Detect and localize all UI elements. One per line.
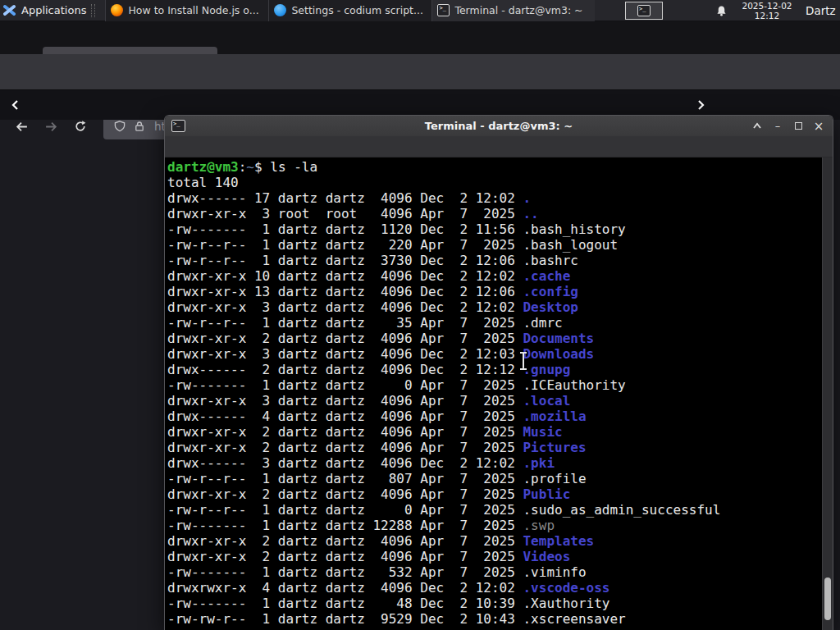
forward-icon (44, 120, 58, 134)
terminal-window: Terminal - dartz@vm3: ~ – × dartz@vm3:~$… (164, 115, 833, 630)
clock-date: 2025-12-02 (732, 1, 802, 11)
terminal-output-line: -rw------- 1 dartz dartz 12288 Apr 7 202… (167, 518, 833, 533)
window-icon (111, 4, 123, 16)
terminal-output-line: drwxr-xr-x 10 dartz dartz 4096 Dec 2 12:… (167, 268, 833, 284)
window-icon (274, 4, 286, 16)
terminal-output-line: drwxr-xr-x 3 dartz dartz 4096 Dec 2 12:0… (167, 346, 833, 362)
workspace-pager[interactable] (625, 2, 663, 20)
prompt-command: ls -la (262, 159, 317, 175)
browser-toolbar: https://www.geeksforgeeks.org/node-js/in… (0, 54, 840, 90)
terminal-menu-item[interactable] (211, 144, 227, 149)
terminal-output-line: drwxr-xr-x 2 dartz dartz 4096 Apr 7 2025… (167, 486, 833, 502)
terminal-titlebar[interactable]: Terminal - dartz@vm3: ~ – × (165, 116, 833, 136)
terminal-output-line: drwx------ 17 dartz dartz 4096 Dec 2 12:… (167, 190, 833, 206)
terminal-prompt-line: dartz@vm3:~$ ls -la (167, 159, 833, 175)
terminal-window-title: Terminal - dartz@vm3: ~ (165, 120, 833, 132)
terminal-output-line: -rw-r--r-- 1 dartz dartz 807 Apr 7 2025 … (167, 471, 833, 486)
terminal-scrollbar[interactable] (822, 158, 833, 630)
terminal-output-line: drwxrwxr-x 4 dartz dartz 4096 Dec 2 12:0… (167, 580, 833, 596)
panel-right: 2025-12-02 12:12 Dartz (710, 0, 840, 21)
terminal-app-icon (171, 120, 185, 132)
maximize-icon (795, 122, 802, 130)
terminal-output-line: drwxr-xr-x 13 dartz dartz 4096 Dec 2 12:… (167, 284, 833, 299)
taskbar-window-button[interactable]: How to Install Node.js o... (105, 0, 268, 21)
terminal-output-line: drwxr-xr-x 2 dartz dartz 4096 Apr 7 2025… (167, 331, 833, 346)
window-button-list: How to Install Node.js o... Settings - c… (105, 0, 595, 21)
terminal-output-line: drwxr-xr-x 3 dartz dartz 4096 Dec 2 12:0… (167, 299, 833, 315)
terminal-menu-item[interactable] (231, 144, 247, 149)
terminal-output-line: total 140 (167, 175, 833, 190)
chevron-up-icon (752, 121, 762, 131)
window-button-label: Settings - codium script... (291, 4, 422, 16)
terminal-output-lines: total 140drwx------ 17 dartz dartz 4096 … (167, 175, 833, 627)
terminal-menu-item[interactable] (171, 144, 188, 149)
chevron-right-icon (696, 99, 706, 111)
taskbar-window-button[interactable]: Terminal - dartz@vm3: ~ (431, 0, 595, 21)
terminal-menu-item[interactable] (270, 144, 286, 149)
terminal-output-line: -rw------- 1 dartz dartz 532 Apr 7 2025 … (167, 564, 833, 580)
terminal-output-line: drwxr-xr-x 2 dartz dartz 4096 Apr 7 2025… (167, 533, 833, 549)
terminal-output-line: drwxr-xr-x 3 root root 4096 Apr 7 2025 .… (167, 206, 833, 221)
minimize-icon: – (775, 120, 781, 132)
browser-tab-bar: ∞ How to Install Node.js on × + – × (0, 21, 840, 54)
chevron-left-icon (10, 99, 21, 111)
reload-icon (74, 120, 87, 133)
window-icon (437, 4, 450, 16)
terminal-output-line: drwxr-xr-x 3 dartz dartz 4096 Apr 7 2025… (167, 393, 833, 409)
notifications-button[interactable] (710, 0, 732, 21)
terminal-close-button[interactable]: × (810, 118, 827, 134)
desktop: Applications How to Install Node.js o...… (0, 0, 840, 630)
terminal-output-line: drwx------ 3 dartz dartz 4096 Dec 2 12:0… (167, 455, 833, 471)
subnav-scroll-left-button[interactable] (10, 99, 21, 111)
terminal-output-line: drwxr-xr-x 2 dartz dartz 4096 Apr 7 2025… (167, 424, 833, 440)
terminal-menu-item[interactable] (191, 144, 208, 149)
terminal-output-line: -rw------- 1 dartz dartz 0 Apr 7 2025 .I… (167, 377, 833, 393)
terminal-output-line: drwxr-xr-x 2 dartz dartz 4096 Apr 7 2025… (167, 440, 833, 455)
terminal-output-line: -rw-rw-r-- 1 dartz dartz 9529 Dec 2 10:4… (167, 611, 833, 627)
terminal-shade-button[interactable] (749, 118, 765, 134)
workspace-terminal-icon (637, 5, 651, 16)
terminal-output-area[interactable]: dartz@vm3:~$ ls -la total 140drwx------ … (165, 158, 833, 630)
prompt-cwd: ~ (246, 159, 254, 175)
terminal-output-line: -rw-r--r-- 1 dartz dartz 0 Apr 7 2025 .s… (167, 502, 833, 518)
terminal-menu-item[interactable] (250, 144, 267, 149)
applications-menu-button[interactable]: Applications (0, 0, 105, 21)
back-icon (15, 120, 29, 134)
subnav-scroll-right-button[interactable] (696, 99, 707, 111)
terminal-output-line: drwx------ 2 dartz dartz 4096 Dec 2 12:1… (167, 362, 833, 377)
window-button-label: Terminal - dartz@vm3: ~ (454, 4, 582, 16)
terminal-output-line: -rw-r--r-- 1 dartz dartz 3730 Dec 2 12:0… (167, 253, 833, 268)
panel-handle (91, 4, 95, 17)
prompt-user-host: dartz@vm3 (167, 159, 239, 175)
prompt-symbol: $ (254, 159, 262, 175)
terminal-maximize-button[interactable] (790, 118, 806, 134)
terminal-menubar (165, 136, 833, 158)
top-panel: Applications How to Install Node.js o...… (0, 0, 840, 21)
window-button-label: How to Install Node.js o... (128, 4, 258, 16)
clock-time: 12:12 (732, 11, 802, 21)
terminal-output-line: drwxr-xr-x 2 dartz dartz 4096 Apr 7 2025… (167, 549, 833, 564)
terminal-output-line: drwx------ 4 dartz dartz 4096 Apr 7 2025… (167, 409, 833, 424)
applications-label: Applications (21, 4, 86, 16)
panel-clock: 2025-12-02 12:12 (732, 1, 802, 21)
panel-username: Dartz (802, 4, 840, 17)
close-icon: × (814, 119, 824, 134)
terminal-minimize-button[interactable]: – (769, 118, 786, 134)
taskbar-window-button[interactable]: Settings - codium script... (268, 0, 431, 21)
terminal-output-line: -rw------- 1 dartz dartz 48 Dec 2 10:39 … (167, 596, 833, 611)
prompt-separator: : (239, 159, 247, 175)
terminal-output-line: -rw------- 1 dartz dartz 1120 Dec 2 11:5… (167, 221, 833, 237)
scrollbar-thumb[interactable] (824, 578, 831, 620)
terminal-output-line: -rw-r--r-- 1 dartz dartz 35 Apr 7 2025 .… (167, 315, 833, 331)
bell-icon (715, 5, 728, 17)
applications-icon (3, 4, 16, 17)
terminal-output-line: -rw-r--r-- 1 dartz dartz 220 Apr 7 2025 … (167, 237, 833, 253)
